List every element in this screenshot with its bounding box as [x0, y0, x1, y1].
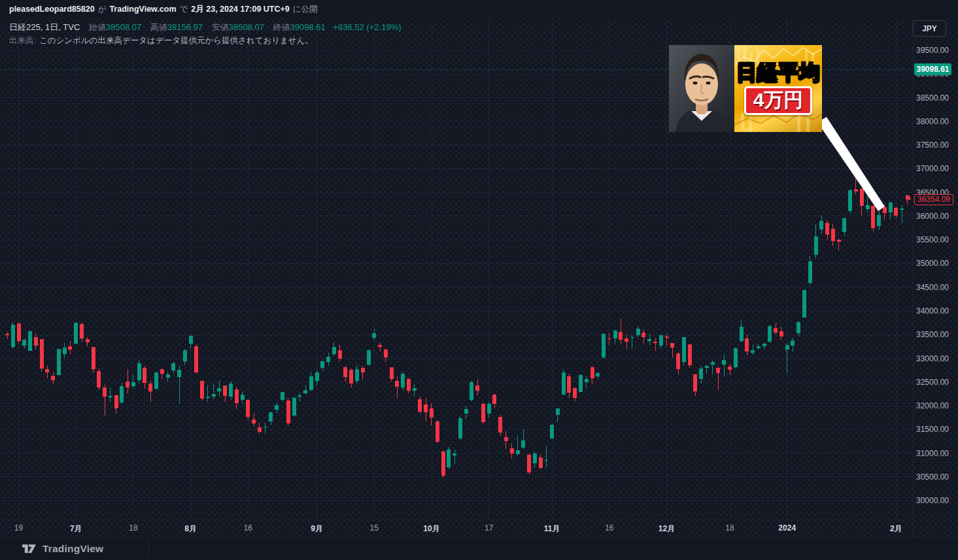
price-axis-label: 30000.00 [914, 496, 951, 505]
thumbnail-price-callout: 4万円 [744, 86, 813, 116]
symbol-legend: 日経225, 1日, TVC 始値38508.07 高値39156.97 安値3… [9, 22, 402, 46]
change-percent: (+2.19%) [366, 22, 401, 32]
price-axis-label: 31500.00 [914, 425, 951, 434]
symbol-title[interactable]: 日経225, 1日, TVC [9, 22, 80, 32]
alert-flag-icon[interactable]: ⚑ [905, 195, 913, 203]
publish-particle: で [180, 5, 188, 14]
price-axis-label: 30500.00 [914, 472, 951, 482]
time-axis-label: 9月 [311, 523, 323, 535]
thumbnail-face-photo [669, 45, 734, 132]
time-axis-label: 10月 [423, 523, 439, 535]
publish-datetime: 2月 23, 2024 17:09 UTC+9 [191, 5, 289, 14]
ohlc-row: 日経225, 1日, TVC 始値38508.07 高値39156.97 安値3… [9, 22, 402, 33]
low-label: 安値 [212, 22, 229, 32]
price-axis-label: 34500.00 [914, 283, 951, 292]
volume-label: 出来高: [9, 36, 36, 45]
price-axis-label: 38000.00 [914, 117, 951, 126]
tradingview-logo-icon [22, 542, 37, 555]
open-value: 38508.07 [106, 22, 141, 32]
time-axis-label: 17 [485, 523, 493, 533]
thumbnail-gold-panel: 日経平均 4万円 [734, 45, 822, 132]
time-axis-label: 12月 [659, 523, 675, 535]
publish-bar: pleasedLeopard85820がTradingView.comで2月 2… [0, 0, 958, 18]
volume-message: このシンボルの出来高データはデータ提供元から提供されておりません。 [39, 36, 313, 45]
time-axis-label: 18 [725, 523, 734, 533]
price-axis-label: 35000.00 [914, 259, 951, 268]
price-axis-label: 34000.00 [914, 306, 951, 316]
price-axis-label: 35500.00 [914, 235, 951, 244]
price-axis[interactable]: 39098.61 ⚑ 36354.09 30000.0030500.003100… [913, 18, 958, 537]
time-axis-label: 19 [14, 523, 23, 533]
time-axis-label: 8月 [184, 523, 197, 535]
price-axis-label: 33500.00 [914, 330, 951, 339]
time-axis-label: 2024 [778, 523, 796, 533]
time-axis[interactable]: 197月188月169月1510月1711月1612月1820242月 [0, 519, 913, 538]
price-axis-label: 32500.00 [914, 378, 951, 387]
publisher-username[interactable]: pleasedLeopard85820 [9, 5, 95, 14]
publish-particle: に公開 [293, 5, 318, 14]
high-value: 39156.97 [167, 22, 203, 32]
footer-bar: TradingView [0, 537, 958, 560]
price-axis-label: 31000.00 [914, 449, 951, 458]
footer-divider [148, 540, 149, 557]
close-value: 39098.61 [290, 22, 326, 32]
time-axis-label: 16 [605, 523, 613, 533]
price-axis-label: 33000.00 [914, 354, 951, 363]
time-axis-label: 18 [129, 523, 137, 533]
tradingview-brand-text: TradingView [43, 543, 103, 555]
video-thumbnail-overlay: 日経平均 4万円 [669, 45, 822, 132]
price-axis-label: 37500.00 [914, 140, 951, 150]
close-label: 終値 [273, 22, 290, 32]
price-axis-label: 32000.00 [914, 401, 951, 410]
high-label: 高値 [150, 22, 167, 32]
open-label: 始値 [89, 22, 106, 32]
tradingview-published-chart: pleasedLeopard85820がTradingView.comで2月 2… [0, 0, 958, 560]
volume-row: 出来高:このシンボルの出来高データはデータ提供元から提供されておりません。 [9, 35, 402, 46]
current-price-badge: 39098.61 [914, 63, 951, 75]
price-axis-label: 36000.00 [914, 212, 951, 221]
tradingview-brand-link[interactable]: TradingView [22, 542, 103, 555]
currency-button[interactable]: JPY [913, 20, 946, 37]
price-axis-label: 38500.00 [914, 93, 951, 103]
face-illustration [669, 45, 734, 132]
time-axis-label: 15 [370, 523, 379, 533]
price-axis-label: 37000.00 [914, 164, 951, 173]
time-axis-label: 11月 [544, 523, 560, 535]
publish-particle: が [98, 5, 107, 14]
time-axis-label: 7月 [70, 523, 82, 535]
time-axis-label: 2月 [890, 523, 902, 535]
site-link[interactable]: TradingView.com [109, 5, 176, 14]
low-value: 38508.07 [229, 22, 264, 32]
time-axis-label: 16 [244, 523, 252, 533]
alert-price-badge[interactable]: 36354.09 [914, 194, 953, 205]
change-value: +836.52 [333, 22, 364, 32]
thumbnail-title: 日経平均 [736, 62, 820, 82]
price-axis-label: 39500.00 [914, 46, 951, 55]
